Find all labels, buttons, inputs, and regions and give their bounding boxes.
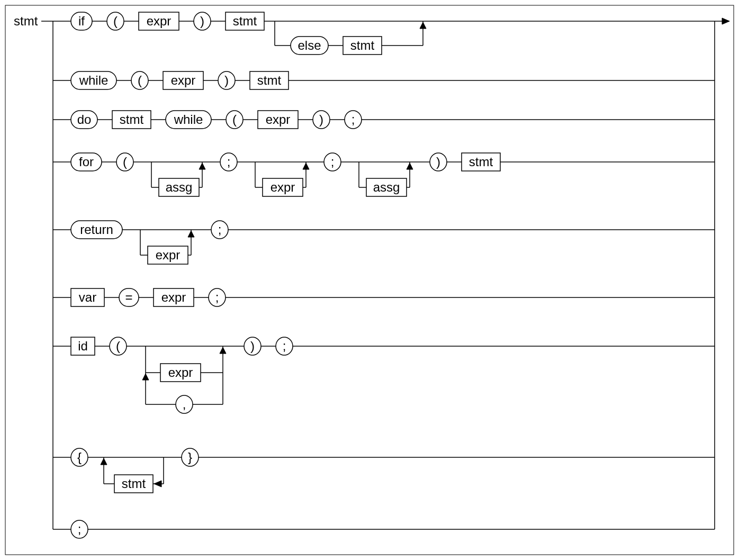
- semicolon: ;: [209, 288, 226, 306]
- svg-text:stmt: stmt: [350, 38, 375, 52]
- svg-text:stmt: stmt: [122, 476, 146, 491]
- svg-text:else: else: [298, 38, 321, 52]
- nt-expr: expr: [154, 288, 194, 306]
- kw-do: do: [71, 111, 97, 129]
- kw-while: while: [166, 111, 211, 129]
- svg-text:stmt: stmt: [257, 73, 282, 87]
- diagram-frame: [5, 5, 734, 555]
- svg-text:(: (: [116, 339, 120, 353]
- svg-text:expr: expr: [266, 112, 291, 127]
- svg-text:(: (: [138, 73, 142, 87]
- svg-text:;: ;: [227, 155, 231, 169]
- svg-text:;: ;: [352, 112, 355, 127]
- svg-text:do: do: [77, 112, 92, 127]
- svg-text:;: ;: [283, 339, 286, 353]
- lparen: (: [226, 111, 243, 129]
- nt-stmt: stmt: [462, 153, 500, 171]
- svg-text:}: }: [188, 450, 192, 464]
- svg-text:=: =: [125, 290, 132, 304]
- svg-text:{: {: [77, 450, 82, 464]
- svg-text:(: (: [232, 112, 237, 127]
- kw-return: return: [71, 221, 122, 239]
- svg-text:assg: assg: [166, 180, 193, 194]
- svg-text:stmt: stmt: [469, 155, 493, 169]
- semicolon: ;: [324, 153, 341, 171]
- rparen: ): [244, 337, 261, 355]
- rparen: ): [194, 12, 211, 30]
- svg-text:(: (: [113, 14, 118, 28]
- svg-text:): ): [319, 112, 323, 127]
- svg-text:): ): [250, 339, 255, 353]
- svg-text:while: while: [174, 112, 203, 127]
- nt-expr: expr: [258, 111, 298, 129]
- nt-expr: expr: [263, 178, 303, 196]
- comma: ,: [176, 395, 193, 413]
- svg-text:while: while: [79, 73, 109, 87]
- nt-expr: expr: [160, 364, 201, 382]
- equals: =: [119, 288, 139, 306]
- semicolon: ;: [71, 520, 88, 538]
- nt-var: var: [71, 288, 104, 306]
- svg-text:assg: assg: [373, 180, 400, 194]
- lparen: (: [110, 337, 127, 355]
- svg-text:;: ;: [331, 155, 335, 169]
- rparen: ): [430, 153, 447, 171]
- svg-text:): ): [200, 14, 204, 28]
- svg-text:;: ;: [218, 222, 222, 237]
- nt-expr: expr: [148, 246, 188, 264]
- semicolon: ;: [211, 221, 228, 239]
- kw-if: if: [71, 12, 92, 30]
- svg-text:expr: expr: [168, 365, 193, 380]
- svg-text:expr: expr: [161, 290, 186, 304]
- nt-stmt: stmt: [226, 12, 264, 30]
- lparen: (: [116, 153, 133, 171]
- lbrace: {: [71, 448, 88, 466]
- svg-text:): ): [224, 73, 229, 87]
- svg-text:(: (: [123, 155, 127, 169]
- kw-for: for: [71, 153, 102, 171]
- kw-else: else: [291, 37, 328, 55]
- svg-text:stmt: stmt: [120, 112, 144, 127]
- svg-text:id: id: [78, 339, 88, 353]
- semicolon: ;: [276, 337, 293, 355]
- rbrace: }: [182, 448, 199, 466]
- nt-stmt: stmt: [114, 475, 153, 493]
- svg-text:,: ,: [183, 397, 186, 411]
- svg-text:expr: expr: [147, 14, 172, 28]
- svg-text:var: var: [79, 290, 96, 304]
- nt-stmt: stmt: [250, 71, 289, 89]
- nt-expr: expr: [163, 71, 203, 89]
- railroad-diagram: stmt if(expr)stmtelsestmtwhile(expr)stmt…: [0, 0, 739, 560]
- svg-text:stmt: stmt: [233, 14, 257, 28]
- svg-text:return: return: [80, 222, 113, 237]
- nt-id: id: [71, 337, 95, 355]
- svg-text:;: ;: [78, 522, 82, 536]
- svg-text:if: if: [78, 14, 85, 28]
- kw-while: while: [71, 71, 116, 89]
- nt-assg: assg: [366, 178, 407, 196]
- nt-stmt: stmt: [112, 111, 151, 129]
- lparen: (: [107, 12, 124, 30]
- svg-text:expr: expr: [156, 248, 181, 262]
- semicolon: ;: [220, 153, 237, 171]
- nt-stmt: stmt: [343, 37, 382, 55]
- rparen: ): [218, 71, 235, 89]
- rparen: ): [313, 111, 330, 129]
- semicolon: ;: [345, 111, 362, 129]
- svg-text:expr: expr: [271, 180, 295, 194]
- svg-text:expr: expr: [171, 73, 196, 87]
- rule-name: stmt: [14, 14, 38, 28]
- svg-text:;: ;: [215, 290, 219, 304]
- svg-text:for: for: [79, 155, 94, 169]
- nt-expr: expr: [139, 12, 179, 30]
- svg-text:): ): [436, 155, 440, 169]
- lparen: (: [131, 71, 148, 89]
- nt-assg: assg: [159, 178, 199, 196]
